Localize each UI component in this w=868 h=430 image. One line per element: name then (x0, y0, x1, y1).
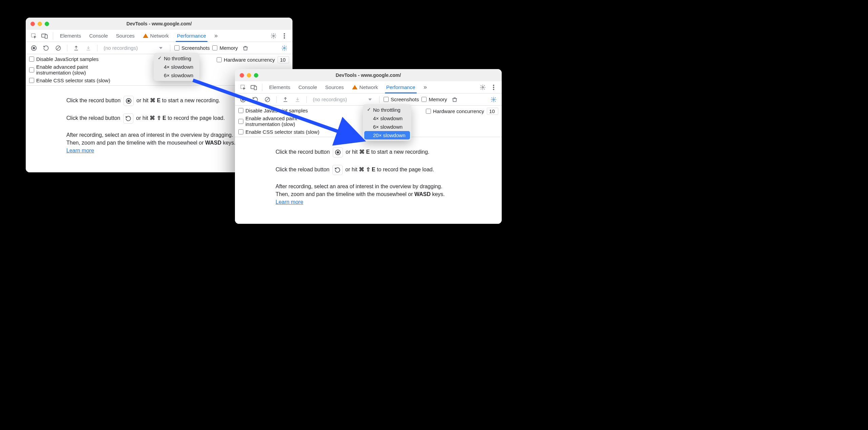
record-button-inline[interactable] (124, 96, 134, 106)
record-button-inline[interactable] (333, 147, 343, 157)
menu-item-no-throttling[interactable]: No throttling (155, 54, 198, 63)
svg-point-25 (337, 151, 339, 153)
svg-point-17 (493, 85, 494, 86)
paint-instrumentation-checkbox[interactable]: Enable advanced paint instrumentation (s… (29, 64, 156, 76)
screenshots-checkbox[interactable]: Screenshots (384, 96, 419, 102)
download-icon[interactable] (84, 43, 93, 53)
recordings-dropdown[interactable]: (no recordings) (102, 45, 166, 51)
hw-concurrency-checkbox[interactable]: Hardware concurrency (426, 108, 484, 114)
menu-item-6x-slowdown[interactable]: 6× slowdown (364, 123, 410, 131)
performance-toolbar: (no recordings) Screenshots Memory (26, 42, 292, 54)
menu-item-4x-slowdown[interactable]: 4× slowdown (155, 63, 198, 71)
record-button[interactable] (29, 43, 39, 53)
minimize-icon[interactable] (247, 73, 251, 78)
titlebar: DevTools - www.google.com/ (235, 69, 502, 81)
record-button[interactable] (238, 95, 248, 104)
tab-console[interactable]: Console (86, 30, 111, 42)
window-title: DevTools - www.google.com/ (26, 21, 292, 26)
svg-point-6 (284, 37, 285, 39)
capture-settings-gear-icon[interactable] (280, 43, 289, 53)
titlebar: DevTools - www.google.com/ (26, 18, 292, 30)
memory-checkbox[interactable]: Memory (421, 96, 447, 102)
svg-point-19 (493, 89, 494, 90)
reload-button[interactable] (41, 43, 51, 53)
svg-point-10 (284, 47, 285, 49)
minimize-icon[interactable] (38, 22, 42, 26)
menu-item-4x-slowdown[interactable]: 4× slowdown (364, 114, 410, 123)
svg-rect-2 (45, 35, 47, 38)
tab-network[interactable]: Network (349, 81, 382, 93)
close-icon[interactable] (240, 73, 244, 78)
tab-sources[interactable]: Sources (113, 30, 138, 42)
hw-concurrency-value[interactable]: 10 (487, 108, 498, 115)
screenshots-checkbox[interactable]: Screenshots (174, 45, 210, 51)
maximize-icon[interactable] (254, 73, 258, 78)
maximize-icon[interactable] (45, 22, 49, 26)
upload-icon[interactable] (71, 43, 81, 53)
disable-js-samples-checkbox[interactable]: Disable JavaScript samples (238, 108, 365, 113)
svg-point-16 (482, 86, 484, 88)
menu-item-20x-slowdown[interactable]: 20× slowdown (364, 131, 410, 139)
devtools-window-after: DevTools - www.google.com/ Elements Cons… (235, 69, 502, 224)
hw-concurrency-checkbox[interactable]: Hardware concurrency (217, 57, 275, 63)
svg-point-23 (493, 99, 495, 100)
tab-elements[interactable]: Elements (57, 30, 85, 42)
tab-sources[interactable]: Sources (322, 81, 347, 93)
clear-button[interactable] (263, 95, 272, 104)
more-tabs-icon[interactable]: » (420, 83, 430, 92)
hw-concurrency-value[interactable]: 10 (278, 56, 289, 63)
traffic-lights (30, 22, 49, 26)
tab-elements[interactable]: Elements (266, 81, 294, 93)
device-toggle-icon[interactable] (249, 83, 259, 92)
reload-button[interactable] (251, 95, 260, 104)
menu-item-no-throttling[interactable]: No throttling (364, 106, 410, 114)
collect-garbage-icon[interactable] (450, 95, 459, 104)
capture-settings: Disable JavaScript samples Enable advanc… (235, 106, 502, 137)
tab-performance[interactable]: Performance (174, 30, 210, 42)
disable-js-samples-checkbox[interactable]: Disable JavaScript samples (29, 56, 156, 62)
inspect-icon[interactable] (29, 31, 39, 41)
svg-point-12 (127, 100, 130, 102)
cpu-throttle-menu: No throttling 4× slowdown 6× slowdown 20… (363, 104, 411, 141)
svg-point-5 (284, 35, 285, 37)
tab-console[interactable]: Console (295, 81, 321, 93)
learn-more-link[interactable]: Learn more (66, 148, 94, 153)
kebab-menu-icon[interactable] (280, 31, 289, 41)
capture-settings-gear-icon[interactable] (489, 95, 498, 104)
devtools-tabs: Elements Console Sources Network Perform… (26, 30, 292, 42)
svg-point-21 (242, 98, 244, 101)
inspect-icon[interactable] (238, 83, 248, 92)
collect-garbage-icon[interactable] (241, 43, 250, 53)
settings-gear-icon[interactable] (478, 83, 487, 92)
device-toggle-icon[interactable] (40, 31, 49, 41)
traffic-lights (240, 73, 258, 78)
tab-performance[interactable]: Performance (383, 81, 419, 93)
more-tabs-icon[interactable]: » (211, 31, 220, 41)
window-title: DevTools - www.google.com/ (235, 72, 502, 78)
svg-point-3 (273, 35, 275, 37)
reload-button-inline[interactable] (332, 165, 343, 175)
clear-button[interactable] (53, 43, 63, 53)
settings-gear-icon[interactable] (269, 31, 278, 41)
kebab-menu-icon[interactable] (489, 83, 498, 92)
devtools-tabs: Elements Console Sources Network Perform… (235, 81, 502, 93)
paint-instrumentation-checkbox[interactable]: Enable advanced paint instrumentation (s… (238, 115, 365, 127)
performance-toolbar: (no recordings) Screenshots Memory (235, 93, 502, 106)
svg-point-18 (493, 87, 494, 88)
learn-more-link[interactable]: Learn more (276, 199, 303, 205)
download-icon[interactable] (293, 95, 302, 104)
upload-icon[interactable] (281, 95, 290, 104)
menu-item-6x-slowdown[interactable]: 6× slowdown (155, 71, 198, 80)
close-icon[interactable] (30, 22, 35, 26)
memory-checkbox[interactable]: Memory (212, 45, 238, 51)
svg-point-8 (32, 47, 35, 49)
svg-point-4 (284, 33, 285, 35)
cpu-throttle-menu: No throttling 4× slowdown 6× slowdown (154, 53, 199, 81)
reload-button-inline[interactable] (123, 113, 133, 124)
css-selector-stats-checkbox[interactable]: Enable CSS selector stats (slow) (29, 78, 156, 83)
tab-network[interactable]: Network (139, 30, 172, 42)
recordings-dropdown[interactable]: (no recordings) (311, 96, 375, 102)
css-selector-stats-checkbox[interactable]: Enable CSS selector stats (slow) (238, 129, 365, 135)
performance-help: Click the record button or hit ⌘ E to st… (235, 137, 502, 224)
svg-rect-15 (254, 86, 257, 89)
